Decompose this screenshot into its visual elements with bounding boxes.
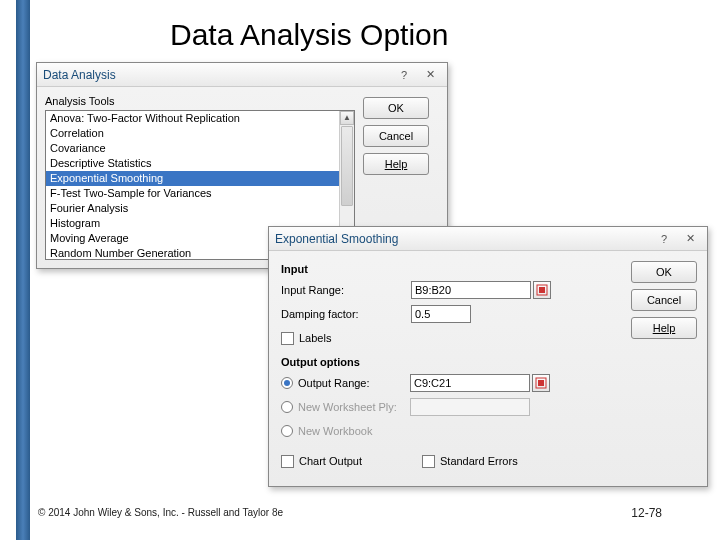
list-item[interactable]: Exponential Smoothing	[46, 171, 339, 186]
list-item[interactable]: Fourier Analysis	[46, 201, 339, 216]
list-item[interactable]: Correlation	[46, 126, 339, 141]
chart-output-label: Chart Output	[299, 455, 362, 467]
std-errors-row: Standard Errors	[422, 451, 518, 471]
range-picker-icon[interactable]	[533, 281, 551, 299]
chart-output-checkbox[interactable]	[281, 455, 294, 468]
page-number: 12-78	[631, 506, 662, 520]
cancel-button[interactable]: Cancel	[631, 289, 697, 311]
section-input: Input	[281, 263, 621, 275]
output-range-field[interactable]	[410, 374, 530, 392]
dialog-titlebar: Exponential Smoothing ? ✕	[269, 227, 707, 251]
list-item[interactable]: Descriptive Statistics	[46, 156, 339, 171]
damping-label: Damping factor:	[281, 308, 411, 320]
help-button[interactable]: Help	[363, 153, 429, 175]
help-icon[interactable]: ?	[393, 67, 415, 83]
close-icon[interactable]: ✕	[419, 67, 441, 83]
new-worksheet-row: New Worksheet Ply:	[281, 396, 621, 418]
help-button[interactable]: Help	[631, 317, 697, 339]
close-icon[interactable]: ✕	[679, 231, 701, 247]
slide-accent-bar	[16, 0, 30, 540]
labels-row: Labels	[281, 328, 621, 348]
form-area: Input Input Range: Damping factor: Label…	[281, 259, 621, 474]
new-workbook-label: New Workbook	[298, 425, 428, 437]
new-worksheet-label: New Worksheet Ply:	[298, 401, 410, 413]
bottom-checkboxes: Chart Output Standard Errors	[281, 448, 621, 474]
footer-copyright: © 2014 John Wiley & Sons, Inc. - Russell…	[38, 507, 283, 518]
new-worksheet-radio[interactable]	[281, 401, 293, 413]
svg-rect-1	[539, 287, 545, 293]
help-icon[interactable]: ?	[653, 231, 675, 247]
output-range-row: Output Range:	[281, 372, 621, 394]
ok-button[interactable]: OK	[363, 97, 429, 119]
cancel-button[interactable]: Cancel	[363, 125, 429, 147]
new-workbook-row: New Workbook	[281, 420, 621, 442]
group-label: Analysis Tools	[45, 95, 355, 107]
list-item[interactable]: F-Test Two-Sample for Variances	[46, 186, 339, 201]
std-errors-checkbox[interactable]	[422, 455, 435, 468]
list-item[interactable]: Anova: Two-Factor Without Replication	[46, 111, 339, 126]
svg-rect-3	[538, 380, 544, 386]
scroll-up-icon[interactable]: ▲	[340, 111, 354, 125]
input-range-row: Input Range:	[281, 279, 621, 301]
input-range-label: Input Range:	[281, 284, 411, 296]
new-worksheet-field	[410, 398, 530, 416]
dialog-titlebar: Data Analysis ? ✕	[37, 63, 447, 87]
dialog-title-text: Exponential Smoothing	[275, 232, 649, 246]
output-range-label: Output Range:	[298, 377, 410, 389]
dialog-title-text: Data Analysis	[43, 68, 389, 82]
new-workbook-radio[interactable]	[281, 425, 293, 437]
std-errors-label: Standard Errors	[440, 455, 518, 467]
labels-checkbox[interactable]	[281, 332, 294, 345]
section-output: Output options	[281, 356, 621, 368]
list-item[interactable]: Covariance	[46, 141, 339, 156]
button-column: OK Cancel Help	[631, 259, 697, 474]
slide-title: Data Analysis Option	[170, 18, 448, 52]
labels-checkbox-label: Labels	[299, 332, 331, 344]
ok-button[interactable]: OK	[631, 261, 697, 283]
range-picker-icon[interactable]	[532, 374, 550, 392]
output-range-radio[interactable]	[281, 377, 293, 389]
damping-field[interactable]	[411, 305, 471, 323]
scroll-thumb[interactable]	[341, 126, 353, 206]
dialog-body: Input Input Range: Damping factor: Label…	[269, 251, 707, 486]
damping-row: Damping factor:	[281, 303, 621, 325]
chart-output-row: Chart Output	[281, 451, 362, 471]
input-range-field[interactable]	[411, 281, 531, 299]
exponential-smoothing-dialog: Exponential Smoothing ? ✕ Input Input Ra…	[268, 226, 708, 487]
